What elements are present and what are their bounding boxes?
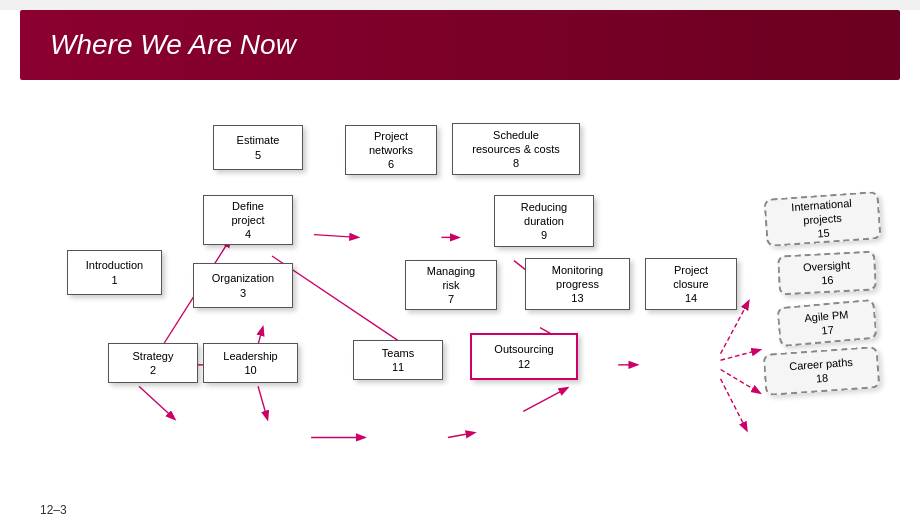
- svg-line-5: [314, 235, 358, 238]
- svg-line-0: [139, 386, 174, 419]
- node-define-project: Defineproject4: [203, 195, 293, 245]
- svg-line-18: [721, 379, 747, 430]
- svg-line-14: [523, 388, 567, 411]
- node-outsourcing: Outsourcing12: [470, 333, 578, 380]
- node-strategy: Strategy2: [108, 343, 198, 383]
- slide-number: 12–3: [40, 503, 67, 517]
- node-estimate: Estimate5: [213, 125, 303, 170]
- node-teams: Teams11: [353, 340, 443, 380]
- node-project-closure: Projectclosure14: [645, 258, 737, 310]
- node-agile-pm: Agile PM17: [776, 299, 877, 347]
- node-leadership: Leadership10: [203, 343, 298, 383]
- svg-line-13: [448, 433, 474, 438]
- svg-line-17: [721, 370, 760, 393]
- diagram-area: Introduction1 Estimate5 Defineproject4 O…: [20, 95, 900, 497]
- node-monitoring-progress: Monitoringprogress13: [525, 258, 630, 310]
- svg-line-16: [721, 350, 760, 360]
- node-international-projects: Internationalprojects15: [763, 191, 881, 247]
- svg-line-8: [272, 256, 413, 351]
- node-career-paths: Career paths18: [763, 346, 881, 396]
- node-introduction: Introduction1: [67, 250, 162, 295]
- svg-line-3: [258, 386, 267, 419]
- slide: Where We Are Now: [0, 10, 920, 517]
- node-managing-risk: Managingrisk7: [405, 260, 497, 310]
- header: Where We Are Now: [20, 10, 900, 80]
- node-reducing-duration: Reducingduration9: [494, 195, 594, 247]
- node-project-networks: Projectnetworks6: [345, 125, 437, 175]
- svg-line-4: [258, 328, 263, 345]
- node-organization: Organization3: [193, 263, 293, 308]
- node-oversight: Oversight16: [777, 250, 877, 295]
- node-schedule-resources: Scheduleresources & costs8: [452, 123, 580, 175]
- header-title: Where We Are Now: [50, 29, 296, 61]
